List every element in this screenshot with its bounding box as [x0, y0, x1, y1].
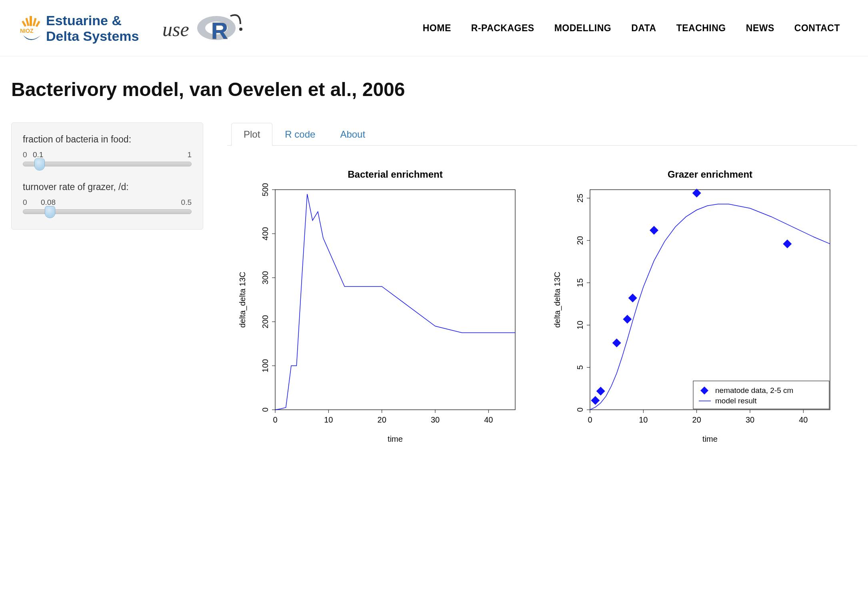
chart-title: Grazer enrichment	[668, 169, 752, 180]
use-r-logo-icon: use R	[162, 10, 242, 46]
svg-text:10: 10	[324, 415, 333, 424]
slider-value: 0.08	[41, 198, 56, 207]
svg-text:delta_delta 13C: delta_delta 13C	[553, 272, 562, 328]
svg-marker-62	[596, 387, 605, 395]
svg-rect-1	[25, 18, 29, 26]
svg-text:time: time	[702, 435, 718, 443]
slider-max: 0.5	[181, 198, 192, 207]
svg-marker-68	[783, 239, 792, 248]
svg-text:10: 10	[639, 415, 648, 424]
svg-text:time: time	[388, 435, 403, 443]
svg-marker-63	[612, 339, 621, 347]
slider-min: 0	[23, 150, 27, 159]
svg-rect-2	[32, 18, 36, 26]
svg-text:30: 30	[746, 415, 754, 424]
svg-marker-67	[692, 188, 701, 197]
nav-teaching[interactable]: TEACHING	[676, 23, 726, 34]
chart-title: Bacterial enrichment	[348, 169, 442, 180]
nav-modelling[interactable]: MODELLING	[554, 23, 612, 34]
page-title: Bacterivory model, van Oevelen et al., 2…	[0, 56, 868, 122]
logo-area: NIOZ Estuarine & Delta Systems use R	[16, 8, 242, 48]
svg-rect-3	[22, 21, 26, 27]
chart-grazer: Grazer enrichment0102030400510152025time…	[542, 162, 857, 458]
svg-text:20: 20	[576, 236, 584, 245]
svg-rect-36	[590, 190, 830, 410]
svg-rect-0	[30, 16, 32, 26]
main-panel: Plot R code About Bacterial enrichment01…	[227, 122, 857, 458]
svg-text:200: 200	[261, 315, 270, 328]
slider-min: 0	[23, 198, 27, 207]
svg-text:25: 25	[576, 194, 584, 202]
svg-rect-69	[693, 381, 829, 409]
slider-value: 0.1	[33, 150, 43, 159]
svg-marker-66	[650, 226, 658, 235]
tab-r-code[interactable]: R code	[272, 123, 328, 146]
svg-text:R: R	[211, 18, 228, 44]
svg-text:400: 400	[261, 227, 270, 240]
slider-label: fraction of bacteria in food:	[23, 134, 192, 145]
svg-marker-61	[591, 396, 600, 405]
svg-text:0: 0	[576, 407, 584, 412]
controls-panel: fraction of bacteria in food: 0 0.1 1 tu…	[11, 122, 203, 230]
svg-text:15: 15	[576, 278, 584, 287]
svg-marker-65	[628, 294, 637, 303]
slider-turnover-rate[interactable]: turnover rate of grazer, /d: 0 0.08 0.5	[23, 182, 192, 218]
svg-text:NIOZ: NIOZ	[20, 28, 34, 34]
chart-bacterial: Bacterial enrichment01020304001002003004…	[227, 162, 542, 458]
tab-bar: Plot R code About	[227, 122, 857, 146]
tab-plot[interactable]: Plot	[231, 123, 272, 146]
tab-about[interactable]: About	[328, 123, 378, 146]
svg-text:nematode data, 2-5 cm: nematode data, 2-5 cm	[715, 386, 793, 395]
svg-text:0: 0	[273, 415, 277, 424]
svg-text:5: 5	[576, 365, 584, 370]
svg-text:0: 0	[588, 415, 592, 424]
svg-text:40: 40	[799, 415, 808, 424]
nav-contact[interactable]: CONTACT	[794, 23, 840, 34]
svg-text:40: 40	[484, 415, 493, 424]
svg-text:use: use	[162, 18, 189, 40]
slider-label: turnover rate of grazer, /d:	[23, 182, 192, 192]
logo-text-top: Estuarine &	[46, 13, 122, 28]
nav-data[interactable]: DATA	[631, 23, 656, 34]
svg-rect-11	[275, 190, 515, 410]
slider-handle[interactable]	[45, 206, 55, 218]
slider-handle[interactable]	[34, 158, 45, 170]
nav-home[interactable]: HOME	[423, 23, 451, 34]
main-nav: HOME R-PACKAGES MODELLING DATA TEACHING …	[423, 23, 852, 34]
svg-marker-64	[623, 315, 632, 324]
svg-text:10: 10	[576, 321, 584, 329]
charts-area: Bacterial enrichment01020304001002003004…	[227, 146, 857, 458]
site-header: NIOZ Estuarine & Delta Systems use R HOM…	[0, 0, 868, 56]
svg-text:20: 20	[378, 415, 386, 424]
svg-rect-4	[36, 21, 40, 27]
svg-text:model result: model result	[715, 397, 757, 405]
eds-logo-icon: NIOZ Estuarine & Delta Systems	[16, 8, 160, 48]
svg-text:300: 300	[261, 271, 270, 284]
svg-text:0: 0	[261, 407, 270, 412]
svg-text:500: 500	[261, 183, 270, 196]
slider-max: 1	[187, 150, 192, 159]
svg-text:100: 100	[261, 359, 270, 372]
svg-point-10	[239, 28, 242, 31]
slider-track[interactable]	[23, 162, 192, 166]
nav-r-packages[interactable]: R-PACKAGES	[471, 23, 534, 34]
slider-fraction-bacteria[interactable]: fraction of bacteria in food: 0 0.1 1	[23, 134, 192, 170]
logo-text-bottom: Delta Systems	[46, 28, 139, 44]
svg-text:30: 30	[431, 415, 440, 424]
nav-news[interactable]: NEWS	[746, 23, 774, 34]
svg-text:delta_delta 13C: delta_delta 13C	[238, 272, 247, 328]
svg-text:20: 20	[692, 415, 701, 424]
